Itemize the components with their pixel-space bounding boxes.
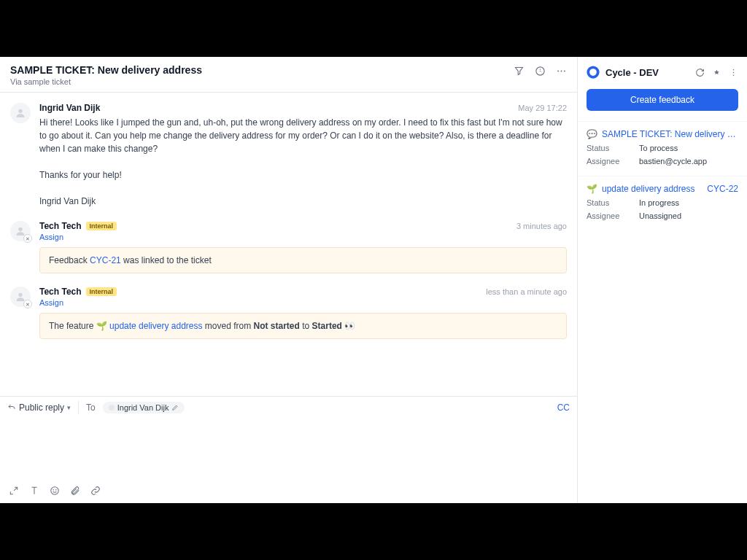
field-row: Assignee Unassigned <box>587 211 738 220</box>
field-label: Status <box>587 144 639 152</box>
to-label: To <box>86 402 96 413</box>
feedback-note: Feedback CYC-21 was linked to the ticket <box>39 247 567 273</box>
timestamp: less than a minute ago <box>486 287 567 296</box>
avatar <box>10 103 31 123</box>
author-name: Tech Tech <box>39 221 82 231</box>
more-icon[interactable] <box>556 66 567 77</box>
author-name: Ingrid Van Dijk <box>39 103 100 113</box>
sidebar-header-actions <box>695 68 738 77</box>
sidebar-item-feedback: 💬 SAMPLE TICKET: New delivery address St… <box>578 121 747 176</box>
sidebar-header: Cycle - DEV <box>578 57 747 85</box>
composer: Public reply ▾ To Ingrid Van Dijk CC <box>0 396 577 503</box>
message-head: Tech Tech Internal 3 minutes ago <box>39 221 567 231</box>
app-name: Cycle - DEV <box>605 67 689 78</box>
field-row: Status To process <box>587 144 738 152</box>
field-label: Assignee <box>587 211 639 220</box>
attachment-icon[interactable] <box>70 486 80 496</box>
message-list: Ingrid Van Dijk May 29 17:22 Hi there! L… <box>0 93 577 396</box>
ticket-key: CYC-22 <box>707 184 738 194</box>
assign-link[interactable]: Assign <box>39 298 567 307</box>
svg-point-8 <box>53 490 54 491</box>
recipient-avatar <box>109 405 115 411</box>
svg-point-9 <box>55 490 56 491</box>
field-row: Status In progress <box>587 198 738 207</box>
sidebar-link-row[interactable]: 💬 SAMPLE TICKET: New delivery address <box>587 122 738 139</box>
message-body: Tech Tech Internal 3 minutes ago Assign … <box>39 221 567 273</box>
svg-point-11 <box>733 69 735 70</box>
main-pane: SAMPLE TICKET: New delivery address Via … <box>0 57 578 503</box>
reply-type-label: Public reply <box>19 402 64 413</box>
status-from: Not started <box>254 321 300 331</box>
link-icon[interactable] <box>90 486 101 496</box>
message-body: Tech Tech Internal less than a minute ag… <box>39 287 567 339</box>
sidebar-link-row[interactable]: 🌱 update delivery address CYC-22 <box>587 176 738 194</box>
message-item: ✕ Tech Tech Internal less than a minute … <box>10 287 567 339</box>
sidebar-item-title: update delivery address <box>602 184 703 194</box>
feedback-link[interactable]: CYC-21 <box>90 255 121 265</box>
recipient-chip[interactable]: Ingrid Van Dijk <box>103 402 185 413</box>
pin-icon[interactable] <box>712 68 721 77</box>
field-value: In progress <box>639 198 679 207</box>
internal-badge: Internal <box>86 222 117 230</box>
ticket-subtitle: Via sample ticket <box>10 77 202 86</box>
reply-type-dropdown[interactable]: Public reply ▾ <box>7 402 71 413</box>
svg-point-3 <box>564 71 565 72</box>
cc-button[interactable]: CC <box>557 402 570 413</box>
expand-icon[interactable] <box>9 486 19 496</box>
timestamp: 3 minutes ago <box>516 222 567 230</box>
refresh-icon[interactable] <box>695 68 705 77</box>
composer-header: Public reply ▾ To Ingrid Van Dijk CC <box>0 397 577 419</box>
chat-icon: 💬 <box>587 129 597 139</box>
avatar-badge-icon: ✕ <box>23 300 32 308</box>
note-text: moved from <box>202 321 253 331</box>
message-head: Ingrid Van Dijk May 29 17:22 <box>39 103 567 113</box>
note-text: Feedback <box>49 255 90 265</box>
svg-point-7 <box>51 487 59 495</box>
svg-point-10 <box>588 67 598 77</box>
filter-icon[interactable] <box>514 66 525 77</box>
field-value: Unassigned <box>639 211 681 220</box>
seedling-icon: 🌱 <box>96 321 107 331</box>
message-text: Hi there! Looks like I jumped the gun an… <box>39 116 567 208</box>
field-row: Assignee bastien@cycle.app <box>587 157 738 166</box>
feature-link[interactable]: update delivery address <box>109 321 202 331</box>
assign-link[interactable]: Assign <box>39 233 567 241</box>
svg-point-1 <box>557 71 559 72</box>
svg-point-13 <box>733 74 735 76</box>
ticket-title: SAMPLE TICKET: New delivery address <box>10 64 202 76</box>
eyes-icon: 👀 <box>342 321 355 331</box>
chevron-down-icon: ▾ <box>67 404 71 411</box>
title-block: SAMPLE TICKET: New delivery address Via … <box>10 64 202 86</box>
avatar: ✕ <box>10 287 31 307</box>
feature-note: The feature 🌱 update delivery address mo… <box>39 313 567 339</box>
message-body: Ingrid Van Dijk May 29 17:22 Hi there! L… <box>39 103 567 208</box>
note-text: was linked to the ticket <box>121 255 212 265</box>
create-feedback-button[interactable]: Create feedback <box>587 89 738 111</box>
more-vertical-icon[interactable] <box>729 68 738 77</box>
recipient-name: Ingrid Van Dijk <box>117 403 169 412</box>
svg-point-5 <box>18 228 22 231</box>
emoji-icon[interactable] <box>50 486 60 496</box>
field-label: Status <box>587 198 639 207</box>
field-value: To process <box>639 144 678 152</box>
note-text: to <box>300 321 312 331</box>
ticket-header: SAMPLE TICKET: New delivery address Via … <box>0 57 577 93</box>
composer-toolbar <box>0 480 577 503</box>
message-head: Tech Tech Internal less than a minute ag… <box>39 287 567 297</box>
composer-textarea[interactable] <box>0 419 577 480</box>
message-item: ✕ Tech Tech Internal 3 minutes ago Assig… <box>10 221 567 273</box>
field-label: Assignee <box>587 157 639 166</box>
reply-icon <box>7 403 16 412</box>
text-format-icon[interactable] <box>29 486 39 496</box>
avatar: ✕ <box>10 221 31 241</box>
field-value: bastien@cycle.app <box>639 157 707 166</box>
history-icon[interactable] <box>535 66 546 77</box>
app-window: SAMPLE TICKET: New delivery address Via … <box>0 57 747 503</box>
svg-point-6 <box>18 293 22 297</box>
seedling-icon: 🌱 <box>587 184 597 194</box>
svg-point-2 <box>561 71 562 72</box>
status-to: Started <box>312 321 342 331</box>
svg-point-4 <box>18 109 22 113</box>
sidebar: Cycle - DEV Create feedback 💬 SAMPLE TIC… <box>578 57 747 503</box>
author-name: Tech Tech <box>39 287 82 297</box>
